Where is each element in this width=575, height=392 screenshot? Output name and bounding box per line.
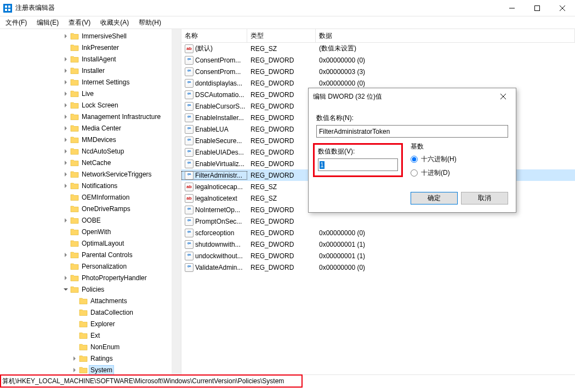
tree-item[interactable]: Attachments (0, 295, 181, 306)
chevron-right-icon[interactable] (61, 170, 70, 179)
folder-icon (70, 147, 79, 156)
tree-item[interactable]: Ratings (0, 353, 181, 364)
chevron-right-icon[interactable] (61, 135, 70, 144)
menu-file[interactable]: 文件(F) (1, 17, 31, 29)
tree-item[interactable]: DataCollection (0, 306, 181, 318)
menu-edit[interactable]: 编辑(E) (32, 17, 63, 29)
chevron-right-icon[interactable] (61, 66, 70, 75)
dialog-titlebar[interactable]: 编辑 DWORD (32 位)值 (309, 88, 516, 105)
binary-value-icon (185, 67, 193, 76)
cell-type: REG_DWORD (247, 137, 316, 145)
tree-item-label: Media Center (81, 124, 122, 133)
tree-item[interactable]: NetworkServiceTriggers (0, 168, 181, 180)
chevron-right-icon[interactable] (61, 181, 70, 190)
expander-placeholder (61, 228, 70, 236)
value-data-field[interactable]: 1 (318, 158, 398, 171)
menu-help[interactable]: 帮助(H) (134, 17, 166, 29)
tree-item[interactable]: Lock Screen (0, 99, 181, 111)
expander-placeholder (70, 343, 79, 351)
col-header-data[interactable]: 数据 (316, 29, 575, 42)
folder-icon (70, 32, 79, 41)
chevron-right-icon[interactable] (61, 112, 70, 121)
tree-item[interactable]: InkPresenter (0, 42, 181, 53)
chevron-right-icon[interactable] (61, 147, 70, 156)
chevron-right-icon[interactable] (61, 101, 70, 110)
radix-hex-option[interactable]: 十六进制(H) (411, 155, 508, 164)
tree-item[interactable]: Ext (0, 329, 181, 341)
list-row[interactable]: PromptOnSec...REG_DWORD (181, 215, 575, 227)
radix-hex-radio[interactable] (411, 156, 418, 163)
col-header-type[interactable]: 类型 (247, 29, 316, 42)
tree-item-label: Lock Screen (81, 101, 119, 110)
list-row[interactable]: dontdisplaylas...REG_DWORD0x00000000 (0) (181, 77, 575, 89)
chevron-right-icon[interactable] (61, 251, 70, 259)
tree-item[interactable]: PhotoPropertyHandler (0, 272, 181, 283)
menu-view[interactable]: 查看(V) (64, 17, 95, 29)
chevron-right-icon[interactable] (70, 366, 79, 374)
tree-item[interactable]: NcdAutoSetup (0, 145, 181, 157)
tree-item[interactable]: OOBE (0, 214, 181, 226)
chevron-right-icon[interactable] (70, 354, 79, 363)
tree-item[interactable]: OneDriveRamps (0, 203, 181, 214)
list-row[interactable]: shutdownwith...REG_DWORD0x00000001 (1) (181, 238, 575, 250)
chevron-right-icon[interactable] (61, 216, 70, 225)
tree-item[interactable]: MMDevices (0, 134, 181, 145)
tree-item[interactable]: Parental Controls (0, 249, 181, 260)
tree-item[interactable]: Explorer (0, 318, 181, 329)
tree-item[interactable]: Live (0, 88, 181, 99)
tree-item[interactable]: ImmersiveShell (0, 30, 181, 42)
chevron-right-icon[interactable] (61, 78, 70, 87)
tree-item[interactable]: Policies (0, 283, 181, 295)
chevron-down-icon[interactable] (61, 285, 70, 294)
tree-item[interactable]: OEMInformation (0, 191, 181, 203)
chevron-right-icon[interactable] (61, 55, 70, 64)
maximize-button[interactable] (525, 0, 550, 16)
list-row[interactable]: (默认)REG_SZ(数值未设置) (181, 43, 575, 54)
chevron-right-icon[interactable] (61, 124, 70, 133)
list-row[interactable]: ConsentProm...REG_DWORD0x00000000 (0) (181, 54, 575, 66)
chevron-right-icon[interactable] (61, 274, 70, 282)
radix-dec-radio[interactable] (411, 169, 418, 177)
chevron-right-icon[interactable] (61, 158, 70, 167)
minimize-button[interactable] (499, 0, 525, 16)
annotation-highlight: 数值数据(V): 1 (313, 143, 403, 177)
cancel-button[interactable]: 取消 (461, 192, 508, 204)
tree-item[interactable]: OptimalLayout (0, 237, 181, 249)
tree-item[interactable]: NonEnum (0, 341, 181, 353)
string-value-icon (185, 183, 193, 191)
close-button[interactable] (550, 0, 575, 16)
tree-item[interactable]: Media Center (0, 122, 181, 134)
tree-scrollbar[interactable] (172, 29, 181, 374)
expander-placeholder (70, 320, 79, 328)
binary-value-icon (185, 229, 193, 237)
tree-item[interactable]: Internet Settings (0, 76, 181, 88)
tree-item[interactable]: InstallAgent (0, 53, 181, 65)
value-name-label: 数值名称(N): (316, 113, 508, 123)
value-name-field[interactable] (316, 125, 508, 138)
tree-item[interactable]: Notifications (0, 180, 181, 191)
tree-item[interactable]: Installer (0, 65, 181, 76)
cell-type: REG_DWORD (247, 206, 316, 214)
chevron-right-icon[interactable] (61, 32, 70, 41)
tree-item[interactable]: NetCache (0, 157, 181, 168)
tree-item[interactable]: Personalization (0, 260, 181, 272)
radix-dec-option[interactable]: 十进制(D) (411, 168, 508, 178)
list-row[interactable]: scforceoptionREG_DWORD0x00000000 (0) (181, 227, 575, 238)
dialog-close-button[interactable] (495, 88, 511, 105)
ok-button[interactable]: 确定 (411, 192, 458, 204)
chevron-right-icon[interactable] (61, 89, 70, 98)
col-header-name[interactable]: 名称 (181, 29, 247, 42)
tree-item-label: OptimalLayout (81, 239, 125, 248)
tree-item[interactable]: OpenWith (0, 226, 181, 237)
binary-value-icon (185, 137, 193, 145)
tree-pane[interactable]: ImmersiveShellInkPresenterInstallAgentIn… (0, 29, 181, 374)
tree-item[interactable]: Management Infrastructure (0, 111, 181, 122)
list-row[interactable]: ValidateAdmin...REG_DWORD0x00000000 (0) (181, 262, 575, 273)
folder-icon (70, 204, 79, 213)
list-row[interactable]: undockwithout...REG_DWORD0x00000001 (1) (181, 250, 575, 262)
cell-data: (数值未设置) (316, 44, 575, 53)
menu-favorites[interactable]: 收藏夹(A) (96, 17, 133, 29)
dialog-title: 编辑 DWORD (32 位)值 (313, 92, 495, 101)
list-row[interactable]: ConsentProm...REG_DWORD0x00000003 (3) (181, 66, 575, 77)
tree-item[interactable]: System (0, 364, 181, 374)
